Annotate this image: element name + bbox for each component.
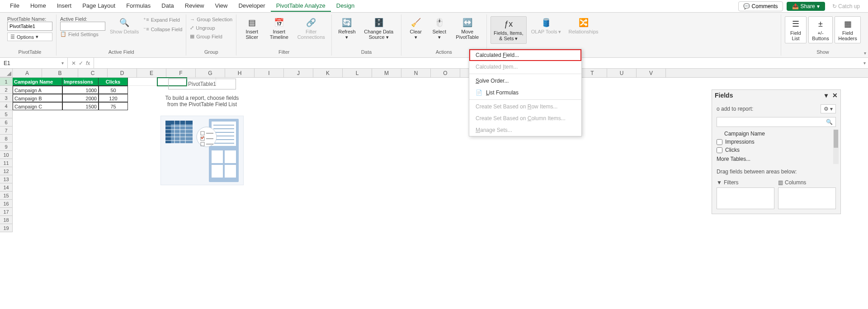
clear-button[interactable]: 🧹 Clear▾ — [405, 16, 427, 41]
pt-name-input[interactable] — [7, 22, 52, 31]
tab-page-layout[interactable]: Page Layout — [77, 0, 121, 12]
move-pt-button[interactable]: ↔️ Move PivotTable — [452, 16, 483, 41]
close-icon[interactable]: ✕ — [832, 92, 838, 99]
col-header[interactable]: A — [13, 69, 42, 77]
field-settings-button[interactable]: 📋 Field Settings — [60, 31, 105, 37]
cancel-icon[interactable]: ✕ — [71, 60, 76, 66]
active-field-input[interactable] — [60, 22, 105, 31]
cell[interactable]: Campaign B — [13, 94, 62, 102]
col-header[interactable]: V — [637, 69, 666, 77]
col-header[interactable]: F — [166, 69, 196, 77]
filters-dropzone[interactable] — [717, 187, 774, 209]
tab-design[interactable]: Design — [331, 0, 360, 12]
field-item[interactable]: ☐Campaign Name — [717, 130, 839, 138]
col-header[interactable]: B — [42, 69, 78, 77]
cell[interactable]: Campaign Name — [13, 78, 62, 86]
col-header[interactable]: H — [225, 69, 255, 77]
tab-data[interactable]: Data — [156, 0, 179, 12]
tab-file[interactable]: File — [5, 0, 25, 12]
cell[interactable]: 120 — [99, 94, 128, 102]
expand-field-button[interactable]: ⁺≡ Expand Field — [143, 16, 182, 23]
field-search[interactable]: 🔍 — [717, 117, 836, 127]
share-button[interactable]: 📤 Share ▾ — [787, 2, 825, 11]
enter-icon[interactable]: ✓ — [79, 60, 83, 66]
row-header[interactable]: 13 — [0, 175, 13, 183]
cell[interactable]: 1000 — [62, 86, 99, 94]
col-header[interactable]: E — [137, 69, 166, 77]
col-header[interactable]: K — [313, 69, 343, 77]
cell[interactable]: Clicks — [99, 78, 128, 86]
col-header[interactable]: L — [343, 69, 372, 77]
col-header[interactable]: C — [78, 69, 108, 77]
cell[interactable]: 2000 — [62, 94, 99, 102]
row-header[interactable]: 7 — [0, 126, 13, 135]
plus-minus-buttons[interactable]: ± +/- Buttons — [808, 16, 833, 43]
col-header[interactable]: D — [108, 69, 137, 77]
expand-formula-icon[interactable]: ▾ — [861, 61, 868, 66]
cell[interactable]: 75 — [99, 102, 128, 110]
tab-developer[interactable]: Developer — [233, 0, 270, 12]
tab-home[interactable]: Home — [25, 0, 52, 12]
tab-pivottable-analyze[interactable]: PivotTable Analyze — [271, 0, 331, 12]
row-header[interactable]: 4 — [0, 102, 13, 110]
col-header[interactable]: I — [255, 69, 284, 77]
row-header[interactable]: 16 — [0, 200, 13, 208]
row-header[interactable]: 18 — [0, 216, 13, 224]
select-button[interactable]: 🖱️ Select▾ — [429, 16, 450, 41]
scrollbar-thumb[interactable] — [834, 130, 838, 148]
col-header[interactable]: U — [607, 69, 637, 77]
row-header[interactable]: 3 — [0, 94, 13, 102]
row-header[interactable]: 15 — [0, 192, 13, 200]
cell[interactable]: 1500 — [62, 102, 99, 110]
insert-timeline-button[interactable]: 📅 Insert Timeline — [265, 16, 292, 41]
row-header[interactable]: 14 — [0, 183, 13, 192]
field-item[interactable]: Impressions — [717, 138, 839, 146]
menu-calculated-field[interactable]: Calculated Field... — [469, 49, 581, 61]
select-all-corner[interactable] — [0, 69, 13, 77]
chevron-down-icon[interactable]: ▾ — [825, 92, 828, 99]
insert-slicer-button[interactable]: ▤ Insert Slicer — [240, 16, 264, 41]
change-data-source-button[interactable]: 🗄️ Change Data Source ▾ — [360, 16, 397, 41]
row-header[interactable]: 6 — [0, 118, 13, 126]
cell[interactable]: Campaign A — [13, 86, 62, 94]
col-header[interactable]: N — [401, 69, 431, 77]
field-checkbox[interactable] — [717, 147, 722, 153]
col-header[interactable]: T — [578, 69, 607, 77]
row-header[interactable]: 9 — [0, 143, 13, 151]
filters-area[interactable]: ▼Filters — [717, 179, 774, 209]
row-header[interactable]: 10 — [0, 151, 13, 159]
cell[interactable]: 50 — [99, 86, 128, 94]
col-header[interactable]: J — [284, 69, 313, 77]
field-list-button[interactable]: ☰ Field List — [785, 16, 807, 43]
fields-items-sets-button[interactable]: ƒx Fields, Items, & Sets ▾ — [491, 16, 527, 44]
field-search-input[interactable] — [717, 119, 823, 125]
col-header[interactable]: O — [431, 69, 460, 77]
field-headers-button[interactable]: ▦ Field Headers — [835, 16, 861, 43]
tab-view[interactable]: View — [209, 0, 233, 12]
collapse-field-button[interactable]: ⁻≡ Collapse Field — [143, 26, 182, 33]
more-tables-link[interactable]: More Tables... — [717, 154, 839, 164]
row-header[interactable]: 1 — [0, 78, 13, 86]
col-header[interactable]: G — [196, 69, 225, 77]
row-header[interactable]: 5 — [0, 110, 13, 118]
field-checkbox[interactable] — [717, 139, 722, 145]
col-header[interactable]: M — [372, 69, 401, 77]
cell[interactable]: Impressions — [62, 78, 99, 86]
row-header[interactable]: 17 — [0, 208, 13, 216]
row-header[interactable]: 8 — [0, 135, 13, 143]
row-header[interactable]: 19 — [0, 224, 13, 232]
columns-area[interactable]: ▥Columns — [778, 179, 836, 209]
tab-review[interactable]: Review — [179, 0, 210, 12]
tab-insert[interactable]: Insert — [52, 0, 77, 12]
scrollbar[interactable] — [833, 130, 839, 164]
row-header[interactable]: 11 — [0, 159, 13, 167]
fx-icon[interactable]: fx — [86, 60, 90, 66]
tab-formulas[interactable]: Formulas — [121, 0, 156, 12]
field-item[interactable]: Clicks — [717, 146, 839, 154]
cell[interactable] — [128, 78, 157, 86]
collapse-ribbon-icon[interactable]: ▾ — [864, 51, 866, 56]
options-button[interactable]: ☰ Options ▾ — [7, 33, 52, 41]
cell[interactable]: Campaign C — [13, 102, 62, 110]
row-header[interactable]: 12 — [0, 167, 13, 175]
menu-solve-order[interactable]: Solve Order... — [469, 75, 581, 87]
